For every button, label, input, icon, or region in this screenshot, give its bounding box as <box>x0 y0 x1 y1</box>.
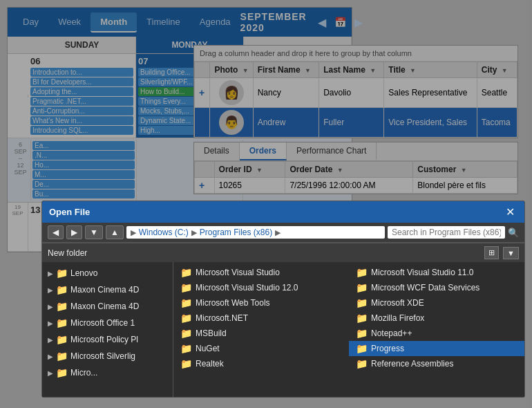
open-file-dialog: Open File ✕ ◀ ▶ ▼ ▲ ▶ Windows (C:) ▶ Pro… <box>41 201 525 398</box>
file-label: Microsoft XDE <box>371 298 424 308</box>
chevron-icon: ▶ <box>48 319 53 327</box>
file-label: Microsoft Web Tools <box>196 298 270 308</box>
dialog-close-button[interactable]: ✕ <box>503 205 517 219</box>
folder-icon: 📁 <box>56 284 68 295</box>
dialog-title: Open File <box>49 207 503 217</box>
view-dropdown-button[interactable]: ▼ <box>503 247 519 259</box>
dialog-files-area: 📁 Microsoft Visual Studio 📁 Microsoft Vi… <box>173 262 524 397</box>
file-item[interactable]: 📁 Microsoft.NET <box>173 310 349 326</box>
back-button[interactable]: ◀ <box>48 225 64 239</box>
dialog-toolbar: ◀ ▶ ▼ ▲ ▶ Windows (C:) ▶ Program Files (… <box>42 223 524 243</box>
file-item[interactable]: 📁 Microsoft Visual Studio 11.0 <box>349 265 524 280</box>
sidebar-label: Maxon Cinema 4D <box>70 302 139 311</box>
view-grid-button[interactable]: ⊞ <box>484 246 499 259</box>
sidebar-item-msoffice[interactable]: ▶ 📁 Microsoft Office 1 <box>42 315 173 331</box>
folder-icon: 📁 <box>180 297 192 308</box>
file-item[interactable]: 📁 Realtek <box>173 356 349 371</box>
file-label: Microsoft Visual Studio <box>196 268 280 277</box>
folder-icon: 📁 <box>356 343 368 354</box>
folder-icon: 📁 <box>56 317 68 328</box>
files-col-1: 📁 Microsoft Visual Studio 📁 Microsoft Vi… <box>173 265 349 394</box>
file-item[interactable]: 📁 Mozilla Firefox <box>349 310 524 326</box>
file-label: MSBuild <box>196 328 227 338</box>
dialog-sidebar: ▶ 📁 Lenovo ▶ 📁 Maxon Cinema 4D ▶ 📁 Maxon… <box>42 262 173 397</box>
file-item[interactable]: 📁 Microsoft Visual Studio 12.0 <box>173 280 349 295</box>
dropdown-button[interactable]: ▼ <box>85 225 103 239</box>
sidebar-label: Lenovo <box>70 268 97 278</box>
file-item[interactable]: 📁 Microsoft WCF Data Services <box>349 280 524 295</box>
sidebar-item-maxon1[interactable]: ▶ 📁 Maxon Cinema 4D <box>42 281 173 298</box>
chevron-icon: ▶ <box>48 336 53 344</box>
folder-icon: 📁 <box>180 358 192 369</box>
search-input[interactable] <box>388 226 505 239</box>
folder-icon: 📁 <box>356 282 368 293</box>
search-button[interactable]: 🔍 <box>508 228 519 238</box>
folder-icon: 📁 <box>356 313 368 324</box>
dialog-top-action-bar: New folder ⊞ ▼ <box>42 243 524 262</box>
file-label: Microsoft Visual Studio 11.0 <box>371 268 474 277</box>
up-button[interactable]: ▲ <box>106 225 124 239</box>
file-label: Microsoft.NET <box>196 313 248 323</box>
chevron-icon: ▶ <box>48 303 53 310</box>
dialog-content: ▶ 📁 Lenovo ▶ 📁 Maxon Cinema 4D ▶ 📁 Maxon… <box>42 262 524 397</box>
folder-icon: 📁 <box>56 268 68 279</box>
file-label: Microsoft WCF Data Services <box>371 283 479 293</box>
file-item[interactable]: 📁 NuGet <box>173 341 349 356</box>
sidebar-label: Microsoft Policy Pl <box>70 335 138 344</box>
file-item[interactable]: 📁 Microsoft XDE <box>349 295 524 310</box>
file-item[interactable]: 📁 Microsoft Web Tools <box>173 295 349 310</box>
sidebar-item-mspolicy[interactable]: ▶ 📁 Microsoft Policy Pl <box>42 331 173 348</box>
chevron-icon: ▶ <box>48 286 53 294</box>
folder-icon: 📁 <box>56 351 68 362</box>
folder-icon: 📁 <box>56 301 68 312</box>
file-label: Notepad++ <box>371 328 412 338</box>
chevron-icon: ▶ <box>48 353 53 360</box>
file-item[interactable]: 📁 Notepad++ <box>349 326 524 341</box>
folder-icon: 📁 <box>180 282 192 293</box>
folder-icon: 📁 <box>56 367 68 378</box>
folder-icon: 📁 <box>180 313 192 324</box>
sidebar-label: Microsoft Office 1 <box>70 318 135 328</box>
folder-icon: 📁 <box>356 267 368 278</box>
file-label: Mozilla Firefox <box>371 313 424 323</box>
file-item[interactable]: 📁 Reference Assemblies <box>349 356 524 371</box>
folder-icon: 📁 <box>356 358 368 369</box>
sidebar-item-mssilverl[interactable]: ▶ 📁 Microsoft Silverlig <box>42 348 173 364</box>
chevron-icon: ▶ <box>48 270 53 277</box>
file-label: Realtek <box>196 359 224 369</box>
folder-icon: 📁 <box>180 328 192 339</box>
folder-icon: 📁 <box>56 334 68 345</box>
sidebar-item-lenovo[interactable]: ▶ 📁 Lenovo <box>42 265 173 281</box>
sidebar-label: Maxon Cinema 4D <box>70 285 139 295</box>
file-item-progress[interactable]: 📁 Progress <box>349 341 524 356</box>
file-label: Reference Assemblies <box>371 359 453 369</box>
sidebar-item-micro[interactable]: ▶ 📁 Micro... <box>42 364 173 381</box>
file-label: Microsoft Visual Studio 12.0 <box>196 283 298 293</box>
path-item-drive[interactable]: Windows (C:) <box>139 228 189 237</box>
sidebar-label: Micro... <box>70 368 97 378</box>
path-item-folder[interactable]: Program Files (x86) <box>200 228 272 237</box>
sidebar-item-maxon2[interactable]: ▶ 📁 Maxon Cinema 4D <box>42 298 173 315</box>
sidebar-label: Microsoft Silverlig <box>70 351 135 361</box>
folder-icon: 📁 <box>356 328 368 339</box>
files-col-2: 📁 Microsoft Visual Studio 11.0 📁 Microso… <box>349 265 524 394</box>
new-folder-button[interactable]: New folder <box>48 248 87 258</box>
dialog-title-bar: Open File ✕ <box>42 201 524 223</box>
folder-icon: 📁 <box>180 267 192 278</box>
folder-icon: 📁 <box>180 343 192 354</box>
folder-icon: 📁 <box>356 297 368 308</box>
file-item[interactable]: 📁 MSBuild <box>173 326 349 341</box>
file-label: NuGet <box>196 344 220 353</box>
chevron-icon: ▶ <box>48 369 53 377</box>
path-bar: ▶ Windows (C:) ▶ Program Files (x86) ▶ <box>126 226 385 239</box>
file-label: Progress <box>371 344 404 353</box>
file-item[interactable]: 📁 Microsoft Visual Studio <box>173 265 349 280</box>
forward-button[interactable]: ▶ <box>66 225 82 239</box>
